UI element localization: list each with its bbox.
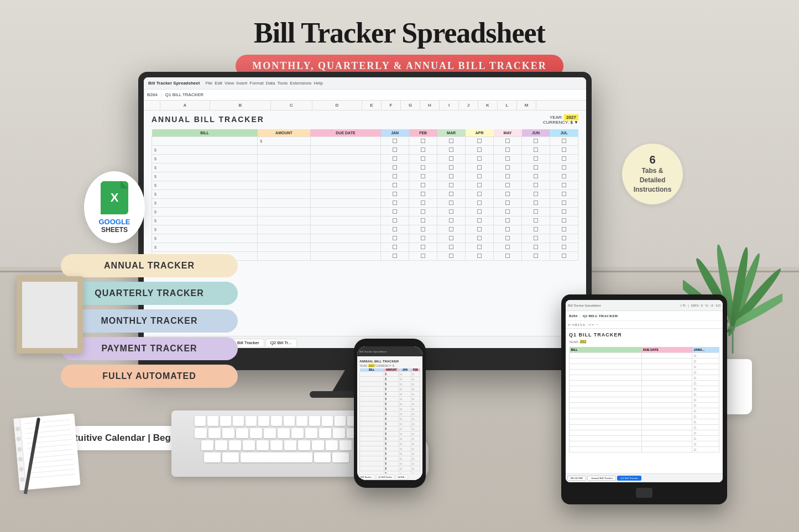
phone-tab-readme[interactable]: Bill Tracker... [358, 475, 375, 480]
tablet-home-button[interactable] [636, 488, 652, 498]
ss-menu-file[interactable]: File [205, 81, 212, 86]
kb-key[interactable] [332, 452, 349, 462]
phone-notch [379, 341, 401, 346]
kb-key[interactable] [305, 428, 317, 438]
kb-key[interactable] [222, 452, 239, 462]
tablet-tab-readme[interactable]: READ ME [567, 476, 586, 481]
col-i: I [440, 101, 459, 110]
ss-menu-view[interactable]: View [224, 81, 234, 86]
kb-key[interactable] [271, 416, 282, 426]
kb-key[interactable] [195, 416, 206, 426]
table-row: $ [152, 181, 578, 190]
tablet-tab-q1[interactable]: Q1 Bill Tracker [617, 476, 641, 481]
tablet-row: □ [570, 408, 719, 414]
tablet-row: □ [570, 425, 719, 430]
kb-key[interactable] [296, 416, 307, 426]
ss-title-bar: Bill Tracker Spreadsheet [148, 81, 200, 86]
kb-key[interactable] [340, 440, 352, 450]
kb-key[interactable] [233, 416, 244, 426]
kb-key[interactable] [284, 440, 296, 450]
kb-key[interactable] [278, 428, 290, 438]
kb-key[interactable] [264, 428, 276, 438]
kb-key[interactable] [258, 416, 269, 426]
phone-table-row: $□□ [360, 382, 420, 387]
kb-key[interactable] [201, 440, 213, 450]
kb-key[interactable] [309, 416, 320, 426]
gs-x-letter: X [111, 191, 119, 205]
gs-sheets-label: SHEETS [98, 226, 130, 234]
kb-key[interactable] [284, 416, 295, 426]
ss-menu-help[interactable]: Help [314, 81, 322, 86]
phone-table-row: $□□ [360, 441, 420, 446]
kb-key[interactable] [257, 440, 269, 450]
kb-key[interactable] [243, 440, 255, 450]
phone-app-title: Bill Tracker Spreadsheet [359, 350, 387, 353]
kb-key[interactable] [319, 428, 331, 438]
th-apr: APR [466, 129, 494, 137]
ss-toolbar: Bill Tracker Spreadsheet File Edit View … [144, 77, 586, 89]
cell-due [310, 137, 380, 146]
tablet-row: □ [570, 436, 719, 441]
kb-key[interactable] [208, 428, 221, 438]
kb-key[interactable] [270, 440, 283, 450]
tablet-year-value: 202 [580, 340, 587, 344]
kb-key[interactable] [314, 452, 331, 462]
kb-key[interactable] [204, 452, 221, 462]
tablet-row: □ [570, 419, 719, 425]
kb-key[interactable] [207, 416, 218, 426]
kb-key[interactable] [333, 428, 345, 438]
ss-main-content: ANNUAL BILL TRACKER YEAR: 2027 CURRENCY:… [144, 110, 586, 261]
table-row: $ [152, 243, 578, 252]
kb-key[interactable] [229, 440, 241, 450]
kb-key[interactable] [195, 428, 207, 438]
kb-key[interactable] [215, 440, 227, 450]
kb-spacebar[interactable] [241, 452, 312, 462]
binding-hole [17, 447, 22, 452]
table-row: $ [152, 234, 578, 243]
tablet-row: □ [570, 359, 719, 364]
tablet-cell-ref: B284 [569, 314, 577, 318]
tablet-th-jan: JANU... [692, 347, 719, 353]
kb-key[interactable] [220, 416, 231, 426]
ss-menu-edit[interactable]: Edit [215, 81, 222, 86]
kb-key[interactable] [222, 428, 234, 438]
kb-key[interactable] [250, 428, 262, 438]
col-b: B [210, 101, 271, 110]
ss-menu-data[interactable]: Data [266, 81, 275, 86]
ss-cell-ref: B284 [147, 92, 158, 97]
phone-tab-q1[interactable]: Q1 Bill Tracker [376, 475, 394, 480]
tablet-row: □ [570, 403, 719, 408]
tabs-badge-number: 6 [649, 154, 655, 166]
tablet-tab-annual[interactable]: Annual Bill Tracker [587, 476, 616, 481]
tablet-ss-header: Bill Tracker Spreadsheet ☆ ↻ ⋮ 100% · S … [566, 300, 723, 311]
kb-key[interactable] [236, 428, 248, 438]
cell-amount: $ [258, 137, 311, 146]
kb-key[interactable] [312, 440, 324, 450]
kb-key[interactable] [322, 416, 333, 426]
table-row: $ [152, 155, 578, 164]
phone-table-row: $□□ [360, 466, 420, 471]
ss-menu-tools[interactable]: Tools [278, 81, 288, 86]
tablet-app-title: Bill Tracker Spreadsheet [568, 304, 600, 307]
kb-key[interactable] [246, 416, 257, 426]
tablet-formula-tab: Q1 BILL TRACKER [583, 314, 618, 318]
phone-tab-q2[interactable]: Q4 Bill... [395, 475, 408, 480]
tablet-data-table: BILL DUE DATE JANU... □ □ □ □ □ □ □ □ □ … [569, 347, 719, 452]
kb-key[interactable] [291, 428, 304, 438]
phone-table-row: $□□ [360, 426, 420, 431]
ss-menu-extensions[interactable]: Extensions [290, 81, 311, 86]
kb-row-3 [178, 440, 375, 450]
kb-key[interactable] [326, 440, 338, 450]
th-may: MAY [494, 129, 522, 137]
ss-menu-format[interactable]: Format [249, 81, 263, 86]
binding-hole [16, 437, 21, 442]
kb-key[interactable] [298, 440, 310, 450]
picture-frame [17, 276, 83, 354]
ss-spreadsheet-title: ANNUAL BILL TRACKER [152, 115, 264, 124]
ss-menu-insert[interactable]: Insert [236, 81, 247, 86]
ss-formula-separator: | [161, 92, 162, 97]
phone-table-row: $□□ [360, 372, 420, 377]
kb-key[interactable] [335, 416, 346, 426]
ss-tab-q2[interactable]: Q2 Bill Tr... [265, 339, 297, 346]
google-sheets-icon: X [101, 181, 128, 214]
